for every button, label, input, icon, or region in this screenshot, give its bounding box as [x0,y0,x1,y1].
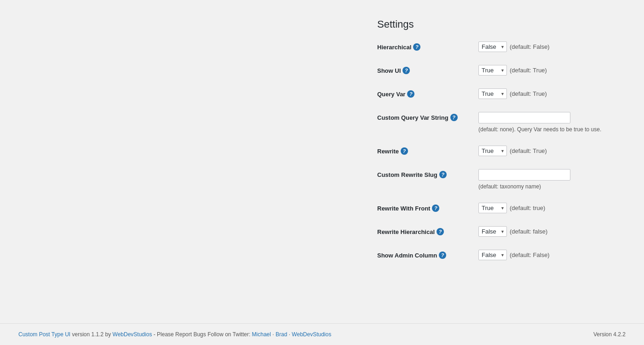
page-title: Settings [377,18,626,30]
footer: Custom Post Type UI version 1.1.2 by Web… [0,323,644,345]
select-wrapper-query_var: TrueFalse▼ [478,88,507,99]
inline-show_admin_column: FalseTrue▼(default: False) [478,250,550,260]
setting-row: Query Var?TrueFalse▼(default: True) [377,88,626,99]
select-wrapper-show_ui: TrueFalse▼ [478,65,507,76]
inline-query_var: TrueFalse▼(default: True) [478,88,547,99]
footer-link-brad[interactable]: Brad [276,331,287,338]
inline-rewrite_with_front: TrueFalse▼(default: true) [478,203,545,213]
helper-text-custom_query_var_string: (default: none). Query Var needs to be t… [478,126,601,133]
select-wrapper-rewrite_hierarchical: FalseTrue▼ [478,226,507,237]
help-icon-custom_query_var_string[interactable]: ? [450,114,458,121]
control-hierarchical: FalseTrue▼(default: False) [478,41,550,52]
inline-rewrite: TrueFalse▼(default: True) [478,146,547,156]
label-show_ui: Show UI? [377,65,478,74]
default-text-rewrite: (default: True) [510,147,547,154]
label-text-rewrite_hierarchical: Rewrite Hierarchical [377,228,435,235]
label-custom_query_var_string: Custom Query Var String? [377,112,478,121]
setting-row: Custom Query Var String?(default: none).… [377,112,626,133]
default-text-show_ui: (default: True) [510,67,547,74]
footer-link-michael[interactable]: Michael [252,331,271,338]
control-show_ui: TrueFalse▼(default: True) [478,65,547,76]
settings-panel: Settings Hierarchical?FalseTrue▼(default… [377,18,626,260]
footer-text-bugs: - Please Report Bugs Follow on Twitter: [154,331,252,338]
select-show_admin_column[interactable]: FalseTrue [478,250,507,260]
setting-row: Rewrite Hierarchical?FalseTrue▼(default:… [377,226,626,237]
setting-row: Hierarchical?FalseTrue▼(default: False) [377,41,626,52]
input-custom_rewrite_slug[interactable] [478,169,570,181]
label-rewrite_hierarchical: Rewrite Hierarchical? [377,226,478,235]
control-show_admin_column: FalseTrue▼(default: False) [478,250,550,260]
label-query_var: Query Var? [377,88,478,98]
control-custom_rewrite_slug: (default: taxonomy name) [478,169,570,190]
setting-row: Rewrite With Front?TrueFalse▼(default: t… [377,203,626,213]
default-text-query_var: (default: True) [510,90,547,97]
footer-text-version: version 1.1.2 by [72,331,113,338]
settings-container: Hierarchical?FalseTrue▼(default: False)S… [377,41,626,260]
footer-left: Custom Post Type UI version 1.1.2 by Web… [18,331,331,338]
select-rewrite_with_front[interactable]: TrueFalse [478,203,507,213]
control-query_var: TrueFalse▼(default: True) [478,88,547,99]
label-hierarchical: Hierarchical? [377,41,478,51]
control-rewrite_with_front: TrueFalse▼(default: true) [478,203,545,213]
default-text-hierarchical: (default: False) [510,43,550,50]
help-icon-show_admin_column[interactable]: ? [439,251,446,259]
label-text-custom_query_var_string: Custom Query Var String [377,114,448,121]
setting-row: Custom Rewrite Slug?(default: taxonomy n… [377,169,626,190]
label-text-show_ui: Show UI [377,67,401,74]
control-rewrite_hierarchical: FalseTrue▼(default: false) [478,226,547,237]
footer-link-cptui[interactable]: Custom Post Type UI [18,331,70,338]
label-text-show_admin_column: Show Admin Column [377,252,437,259]
input-custom_query_var_string[interactable] [478,112,570,123]
footer-link-webdevstudios2[interactable]: WebDevStudios [292,331,331,338]
helper-text-custom_rewrite_slug: (default: taxonomy name) [478,183,570,190]
select-hierarchical[interactable]: FalseTrue [478,41,507,52]
help-icon-rewrite_with_front[interactable]: ? [432,205,439,212]
help-icon-show_ui[interactable]: ? [402,67,410,74]
label-text-query_var: Query Var [377,91,405,98]
setting-row: Show Admin Column?FalseTrue▼(default: Fa… [377,250,626,260]
label-show_admin_column: Show Admin Column? [377,250,478,259]
label-text-custom_rewrite_slug: Custom Rewrite Slug [377,171,437,178]
footer-separator1: · [272,331,276,338]
setting-row: Rewrite?TrueFalse▼(default: True) [377,146,626,156]
select-show_ui[interactable]: TrueFalse [478,65,507,76]
label-text-hierarchical: Hierarchical [377,44,411,51]
help-icon-rewrite[interactable]: ? [401,147,408,155]
help-icon-query_var[interactable]: ? [407,90,414,98]
default-text-rewrite_hierarchical: (default: false) [510,228,547,235]
main-content: Settings Hierarchical?FalseTrue▼(default… [0,0,644,323]
control-rewrite: TrueFalse▼(default: True) [478,146,547,156]
select-query_var[interactable]: TrueFalse [478,88,507,99]
control-custom_query_var_string: (default: none). Query Var needs to be t… [478,112,601,133]
footer-version: Version 4.2.2 [593,331,626,338]
select-wrapper-hierarchical: FalseTrue▼ [478,41,507,52]
label-custom_rewrite_slug: Custom Rewrite Slug? [377,169,478,178]
select-rewrite_hierarchical[interactable]: FalseTrue [478,226,507,237]
select-rewrite[interactable]: TrueFalse [478,146,507,156]
select-wrapper-rewrite_with_front: TrueFalse▼ [478,203,507,213]
inline-hierarchical: FalseTrue▼(default: False) [478,41,550,52]
inline-rewrite_hierarchical: FalseTrue▼(default: false) [478,226,547,237]
footer-link-webdevstudios1[interactable]: WebDevStudios [113,331,152,338]
help-icon-rewrite_hierarchical[interactable]: ? [437,228,444,235]
default-text-show_admin_column: (default: False) [510,251,550,258]
help-icon-hierarchical[interactable]: ? [413,43,420,51]
select-wrapper-rewrite: TrueFalse▼ [478,146,507,156]
label-rewrite_with_front: Rewrite With Front? [377,203,478,212]
help-icon-custom_rewrite_slug[interactable]: ? [439,171,447,178]
select-wrapper-show_admin_column: FalseTrue▼ [478,250,507,260]
setting-row: Show UI?TrueFalse▼(default: True) [377,65,626,76]
label-text-rewrite: Rewrite [377,148,399,155]
inline-show_ui: TrueFalse▼(default: True) [478,65,547,76]
label-rewrite: Rewrite? [377,146,478,155]
label-text-rewrite_with_front: Rewrite With Front [377,205,430,212]
default-text-rewrite_with_front: (default: true) [510,205,545,211]
